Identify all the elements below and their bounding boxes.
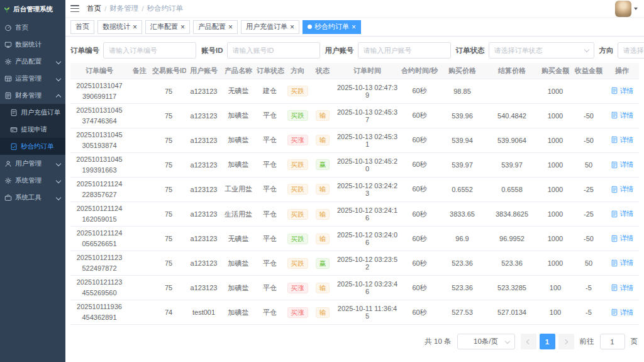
close-icon[interactable]: × <box>228 23 233 31</box>
cell-product: 加碘盐 <box>221 251 255 276</box>
sidebar-item-label: 用户充值订单 <box>21 108 60 117</box>
close-icon[interactable]: × <box>290 23 294 31</box>
cell-profit: -25 <box>572 177 605 201</box>
tab[interactable]: 产品配置 × <box>193 20 238 34</box>
cell-order-status: 平仓 <box>255 103 284 128</box>
goto-page-input[interactable] <box>600 334 625 349</box>
detail-link[interactable]: 详情 <box>611 135 634 145</box>
cell-order-time: 2025-10-12 03:24:16 <box>335 201 400 226</box>
breadcrumb-item[interactable]: 财务管理 <box>109 4 138 13</box>
table-header-cell: 结算价格 <box>486 63 538 79</box>
status-badge: 输 <box>316 135 330 145</box>
table-row: 202510131045 374746364 75 a123123 加碘盐 平仓… <box>70 103 639 128</box>
breadcrumb-item[interactable]: 秒合约订单 <box>147 4 183 13</box>
sidebar-item[interactable]: 用户充值订单 <box>0 104 65 121</box>
filter-input[interactable] <box>358 42 451 59</box>
status-badge: 赢 <box>316 258 330 269</box>
direction-badge: 买涨 <box>287 307 308 318</box>
tab[interactable]: 首页 <box>70 20 94 34</box>
table-header-cell: 订单时间 <box>335 63 400 79</box>
cell-order-no: 202510131045 374746364 <box>70 103 128 128</box>
filter-input[interactable] <box>227 42 320 59</box>
detail-link[interactable]: 详情 <box>611 308 634 317</box>
cell-user-account: a123123 <box>186 177 221 201</box>
breadcrumb-item[interactable]: 首页 <box>87 4 101 13</box>
cell-order-status: 平仓 <box>255 227 284 251</box>
detail-link[interactable]: 详情 <box>611 209 634 218</box>
cell-profit: -50 <box>572 103 605 128</box>
detail-link[interactable]: 详情 <box>611 184 634 194</box>
sidebar-item[interactable]: 财务管理 <box>0 87 65 104</box>
table-row: 202510111936 454362891 74 test001 加碘盐 平仓… <box>70 300 639 325</box>
tab[interactable]: 秒合约订单 × <box>303 20 361 34</box>
sidebar-item[interactable]: 首页 <box>0 19 65 36</box>
cell-account-id: 75 <box>151 251 186 276</box>
sidebar-menu: 首页 数据统计 产品配置 运营管理 财务 <box>0 19 65 206</box>
detail-icon <box>611 259 618 267</box>
sidebar-item[interactable]: 系统工具 <box>0 189 65 206</box>
table-header-row: 订单编号 备注 交易账号ID 用户账号 产品名称 订单状态 方向 状态 <box>70 63 639 79</box>
detail-link[interactable]: 详情 <box>611 234 634 243</box>
sidebar-item[interactable]: 提现申请 <box>0 121 65 138</box>
filter-input[interactable] <box>618 42 644 59</box>
detail-link[interactable]: 详情 <box>611 258 634 268</box>
detail-link[interactable]: 详情 <box>611 86 634 96</box>
sidebar-item[interactable]: 运营管理 <box>0 70 65 87</box>
sidebar-item-label: 运营管理 <box>15 74 42 83</box>
tab[interactable]: 数据统计 × <box>97 20 142 34</box>
cell-order-no: 202510131047 390699117 <box>70 79 128 103</box>
user-avatar[interactable] <box>615 1 631 17</box>
cell-account-id: 75 <box>151 177 186 201</box>
direction-badge: 买跌 <box>287 234 308 244</box>
status-badge: 输 <box>316 283 330 293</box>
close-icon[interactable]: × <box>133 23 137 31</box>
cell-order-no: 202510121124 056526651 <box>70 227 128 251</box>
tab[interactable]: 汇率配置 × <box>145 20 190 34</box>
table-row: 202510121123 455269560 75 a123123 加碘盐 平仓… <box>70 276 639 300</box>
table-header-cell: 交易账号ID <box>151 63 186 79</box>
page-size-select[interactable]: 10条/页 <box>457 334 515 349</box>
cell-buy-amount: 1000 <box>538 177 572 201</box>
table-row: 202510121124 162059015 75 a123123 生活用盐 平… <box>70 201 639 226</box>
cell-profit: -25 <box>572 201 605 226</box>
filter-input[interactable] <box>103 42 196 59</box>
cell-account-id: 75 <box>151 201 186 226</box>
cell-buy-amount: 1000 <box>538 128 572 152</box>
close-icon[interactable]: × <box>352 23 356 31</box>
filter-bar: 订单编号 账号ID 用户账号 <box>65 37 644 63</box>
detail-link[interactable]: 详情 <box>611 283 634 293</box>
cell-duration: 60秒 <box>400 177 439 201</box>
detail-link[interactable]: 详情 <box>611 111 634 120</box>
direction-badge: 买跌 <box>287 258 308 269</box>
chevron-icon <box>56 76 61 81</box>
app-title: 后台管理系统 <box>13 5 53 14</box>
sidebar-item[interactable]: 系统管理 <box>0 172 65 189</box>
cell-buy-amount: 100 <box>538 276 572 300</box>
page-number-active[interactable]: 1 <box>540 334 555 349</box>
caret-down-icon[interactable] <box>634 8 638 10</box>
sidebar-item[interactable]: 用户管理 <box>0 155 65 172</box>
cell-profit: -50 <box>572 128 605 152</box>
sidebar: 后台管理系统 首页 数据统计 产品配置 运营管理 <box>0 0 65 362</box>
close-icon[interactable]: × <box>180 23 185 31</box>
cell-buy-price: 539.94 <box>439 128 486 152</box>
detail-link[interactable]: 详情 <box>611 160 634 169</box>
sidebar-item[interactable]: 产品配置 <box>0 53 65 70</box>
detail-icon <box>611 136 618 144</box>
table-row: 202510121124 228357627 75 a123123 工业用盐 平… <box>70 177 639 201</box>
filter-input[interactable] <box>489 42 594 59</box>
prev-page-button[interactable] <box>521 334 536 349</box>
goto-label: 前往 <box>580 337 594 346</box>
tab-label: 首页 <box>75 22 89 31</box>
sidebar-toggle-icon[interactable] <box>70 5 79 12</box>
tab[interactable]: 用户充值订单 × <box>241 20 299 34</box>
cell-settle-price: 3834.8625 <box>486 201 538 226</box>
cell-buy-price: 523.36 <box>439 276 486 300</box>
detail-icon <box>611 87 618 94</box>
sidebar-item-label: 系统管理 <box>15 176 42 185</box>
sidebar-item[interactable]: 数据统计 <box>0 36 65 53</box>
next-page-button[interactable] <box>558 334 574 349</box>
chevron-icon <box>56 195 61 200</box>
sidebar-item[interactable]: 秒合约订单 <box>0 138 65 155</box>
cell-remark <box>128 201 151 226</box>
